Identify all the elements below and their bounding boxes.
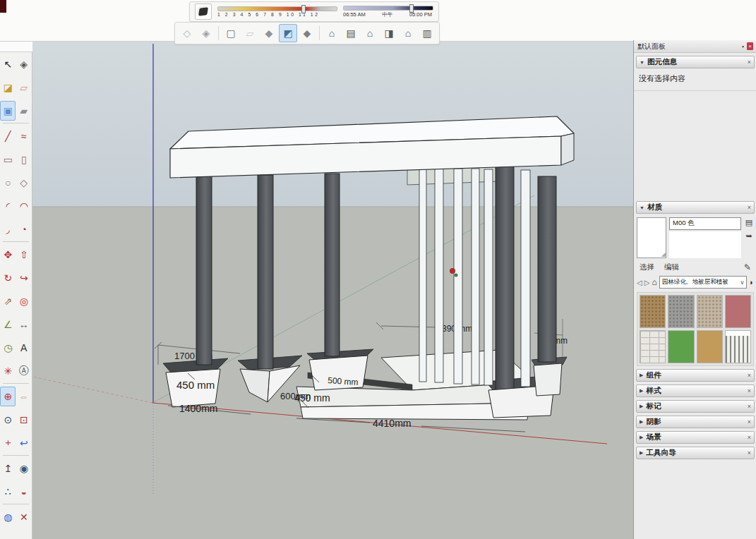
swatch-rose[interactable] bbox=[725, 295, 751, 328]
previous-view-tool[interactable]: ↩ bbox=[16, 433, 32, 453]
3d-text-tool[interactable]: Ⓐ bbox=[16, 361, 32, 381]
entity-info-header[interactable]: ▼ 图元信息 × bbox=[636, 56, 755, 68]
column-3[interactable] bbox=[325, 174, 340, 356]
monochrome-button[interactable]: ◆ bbox=[298, 24, 316, 42]
tab-edit[interactable]: 编辑 bbox=[664, 262, 679, 272]
section-close-icon[interactable]: × bbox=[748, 372, 751, 379]
materials-header[interactable]: ▼ 材质 × bbox=[636, 201, 755, 214]
pin-icon[interactable]: ▪ bbox=[742, 43, 744, 50]
section-shadows[interactable]: ▶ 阴影 × bbox=[636, 416, 755, 428]
zoom-extents-tool[interactable]: ＋ bbox=[0, 433, 16, 453]
material-name-field[interactable]: M00 色 bbox=[669, 217, 741, 230]
back-arrow-icon[interactable]: ◁ bbox=[637, 279, 642, 286]
circle-tool[interactable]: ○ bbox=[0, 173, 16, 193]
slat-1[interactable] bbox=[419, 168, 426, 382]
time-slider-handle[interactable] bbox=[409, 4, 414, 13]
wireframe-button[interactable]: ▢ bbox=[222, 24, 240, 42]
back-edges-button[interactable]: ◈ bbox=[197, 24, 215, 42]
sample-paint-icon[interactable]: ✎ bbox=[744, 262, 751, 272]
push-pull-tool[interactable]: ⇧ bbox=[16, 245, 32, 265]
three-point-arc-tool[interactable]: ◞ bbox=[0, 219, 16, 239]
zoom-tool[interactable]: ⊙ bbox=[0, 410, 16, 430]
swatch-grass-green[interactable] bbox=[668, 330, 694, 363]
slat-2[interactable] bbox=[435, 168, 443, 382]
materials-close-icon[interactable]: × bbox=[748, 204, 751, 211]
slat-6[interactable] bbox=[521, 170, 530, 387]
beam-right[interactable] bbox=[561, 133, 574, 165]
scale-tool[interactable]: ⇗ bbox=[0, 291, 16, 311]
section-close-icon[interactable]: × bbox=[748, 434, 751, 441]
face-style-tool[interactable]: ▰ bbox=[16, 101, 32, 121]
move-tool[interactable]: ✥ bbox=[0, 245, 16, 265]
section-styles[interactable]: ▶ 样式 × bbox=[636, 384, 755, 397]
two-point-arc-tool[interactable]: ◠ bbox=[16, 196, 32, 216]
extra-tool-1[interactable]: ◍ bbox=[0, 507, 16, 527]
axes-tool[interactable]: ✳ bbox=[0, 361, 16, 381]
rectangle-tool[interactable]: ▭ bbox=[0, 150, 16, 169]
home-icon[interactable]: ⌂ bbox=[652, 277, 656, 287]
shadow-time-slider[interactable]: 06:55 AM 中午 05:00 PM bbox=[343, 6, 433, 18]
section-close-icon[interactable]: × bbox=[748, 418, 751, 425]
create-material-icon[interactable]: ▤ bbox=[745, 218, 752, 227]
protractor-tool[interactable]: ◷ bbox=[0, 338, 16, 358]
section-close-icon[interactable]: × bbox=[748, 449, 751, 456]
display-pane-icon[interactable]: ➥ bbox=[745, 231, 752, 241]
text-tool[interactable]: A bbox=[16, 338, 32, 358]
shaded-box-tool[interactable]: ▣ bbox=[0, 101, 16, 121]
look-around-tool[interactable]: ◉ bbox=[16, 459, 32, 478]
tape-measure-tool[interactable]: ∠ bbox=[0, 315, 16, 334]
swatch-stone-pavers[interactable] bbox=[640, 330, 666, 363]
column-1[interactable] bbox=[196, 175, 212, 365]
column-2[interactable] bbox=[258, 175, 273, 369]
left-view-button[interactable]: ▥ bbox=[418, 24, 436, 42]
shadow-toggle-button[interactable] bbox=[195, 4, 212, 20]
x-ray-mode-button[interactable]: ◇ bbox=[178, 24, 196, 42]
polygon-tool[interactable]: ◇ bbox=[16, 173, 32, 193]
iso-view-button[interactable]: ⌂ bbox=[323, 24, 341, 42]
column-4[interactable] bbox=[496, 166, 514, 393]
zoom-window-tool[interactable]: ⊡ bbox=[16, 410, 32, 430]
follow-me-tool[interactable]: ↪ bbox=[16, 268, 32, 288]
shaded-button[interactable]: ◆ bbox=[260, 24, 278, 42]
date-slider-handle[interactable] bbox=[301, 5, 306, 13]
swatch-gravel-gray[interactable] bbox=[668, 295, 694, 328]
front-view-button[interactable]: ⌂ bbox=[361, 24, 379, 42]
swatch-gravel-brown[interactable] bbox=[640, 295, 666, 328]
extra-tool-2[interactable]: ✕ bbox=[16, 507, 32, 527]
shaded-with-textures-button[interactable]: ◩ bbox=[279, 24, 297, 42]
section-components[interactable]: ▶ 组件 × bbox=[636, 369, 755, 382]
section-tags[interactable]: ▶ 标记 × bbox=[636, 400, 755, 413]
select-tool[interactable]: ↖ bbox=[0, 54, 16, 74]
shadow-date-slider[interactable]: 1 2 3 4 5 6 7 8 9 10 11 12 bbox=[217, 6, 337, 17]
make-component-tool[interactable]: ◈ bbox=[16, 54, 32, 74]
section-scenes[interactable]: ▶ 场景 × bbox=[636, 431, 755, 444]
freehand-tool[interactable]: ≈ bbox=[16, 126, 32, 146]
section-close-icon[interactable]: × bbox=[748, 403, 751, 410]
eraser-tool[interactable]: ▱ bbox=[16, 78, 32, 97]
swatch-sand-tan[interactable] bbox=[697, 330, 723, 363]
section-instructor[interactable]: ▶ 工具向导 × bbox=[636, 447, 755, 459]
rotated-rectangle-tool[interactable]: ▯ bbox=[16, 150, 32, 169]
column-5[interactable] bbox=[538, 176, 556, 362]
entity-info-close-icon[interactable]: × bbox=[748, 59, 751, 66]
slat-5[interactable] bbox=[484, 169, 493, 385]
position-camera-tool[interactable]: ↥ bbox=[0, 459, 16, 478]
rotate-tool[interactable]: ↻ bbox=[0, 268, 16, 288]
line-tool[interactable]: ╱ bbox=[0, 126, 16, 146]
hidden-line-button[interactable]: ▱ bbox=[241, 24, 259, 42]
material-category-dropdown[interactable]: 园林绿化、地被层和植被 ∨ bbox=[659, 276, 748, 289]
top-view-button[interactable]: ▤ bbox=[342, 24, 360, 42]
tab-select[interactable]: 选择 bbox=[640, 262, 654, 272]
section-close-icon[interactable]: × bbox=[748, 387, 751, 394]
footing5-front[interactable] bbox=[534, 363, 562, 396]
forward-arrow-icon[interactable]: ▷ bbox=[644, 279, 650, 286]
arc-tool[interactable]: ◜ bbox=[0, 196, 16, 216]
back-view-button[interactable]: ⌂ bbox=[399, 24, 417, 42]
walk-tool[interactable]: ∴ bbox=[0, 482, 16, 502]
swatch-white-fence[interactable] bbox=[725, 330, 751, 363]
offset-tool[interactable]: ◎ bbox=[16, 291, 32, 311]
details-arrow-icon[interactable]: ◗ bbox=[749, 278, 754, 286]
paint-bucket-tool[interactable]: ◪ bbox=[0, 78, 16, 97]
swatch-river-rock[interactable] bbox=[697, 295, 723, 328]
slat-4[interactable] bbox=[472, 169, 479, 384]
